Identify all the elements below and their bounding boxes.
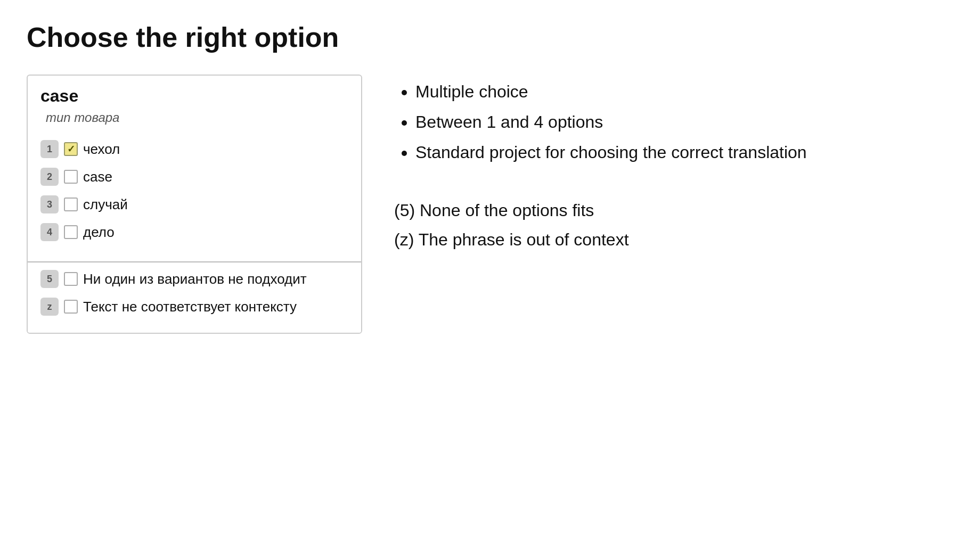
option-label-1: чехол xyxy=(83,141,120,158)
main-layout: case тип товара 1 ✓ чехол 2 case xyxy=(27,75,953,334)
extra-options: (5) None of the options fits (z) The phr… xyxy=(394,196,953,254)
checkbox-1[interactable]: ✓ xyxy=(64,142,78,156)
checkbox-z[interactable] xyxy=(64,300,78,314)
option-label-2: case xyxy=(83,169,112,185)
option-num-4: 4 xyxy=(40,223,59,241)
bullet-item-1: Multiple choice xyxy=(415,80,953,104)
option-label-5: Ни один из вариантов не подходит xyxy=(83,271,307,287)
card-main: case тип товара 1 ✓ чехол 2 case xyxy=(28,76,361,256)
left-panel: case тип товара 1 ✓ чехол 2 case xyxy=(27,75,362,334)
checkbox-3[interactable] xyxy=(64,198,78,211)
checkbox-5[interactable] xyxy=(64,272,78,286)
info-bullet-list: Multiple choice Between 1 and 4 options … xyxy=(394,80,953,164)
option-label-4: дело xyxy=(83,224,115,241)
option-num-2: 2 xyxy=(40,168,59,186)
card-word: case xyxy=(40,86,348,106)
list-item: 1 ✓ чехол xyxy=(40,140,348,158)
option-list: 1 ✓ чехол 2 case 3 случай xyxy=(40,140,348,241)
bullet-item-2: Between 1 and 4 options xyxy=(415,110,953,134)
checkmark-1: ✓ xyxy=(67,144,75,154)
footer-option-list: 5 Ни один из вариантов не подходит z Тек… xyxy=(40,270,348,316)
checkbox-2[interactable] xyxy=(64,170,78,184)
option-num-5: 5 xyxy=(40,270,59,288)
checkbox-4[interactable] xyxy=(64,225,78,239)
option-num-3: 3 xyxy=(40,195,59,213)
option-label-z: Текст не соответствует контексту xyxy=(83,299,297,315)
list-item: 3 случай xyxy=(40,195,348,213)
list-item: 2 case xyxy=(40,168,348,186)
card-subtitle: тип товара xyxy=(40,110,348,125)
option-label-3: случай xyxy=(83,196,128,213)
right-panel: Multiple choice Between 1 and 4 options … xyxy=(394,75,953,254)
list-item: 5 Ни один из вариантов не подходит xyxy=(40,270,348,288)
bullet-item-3: Standard project for choosing the correc… xyxy=(415,141,953,165)
page-title: Choose the right option xyxy=(27,21,953,53)
question-card: case тип товара 1 ✓ чехол 2 case xyxy=(27,75,362,334)
option-num-1: 1 xyxy=(40,140,59,158)
option-num-z: z xyxy=(40,298,59,316)
card-footer: 5 Ни один из вариантов не подходит z Тек… xyxy=(28,262,361,333)
list-item: 4 дело xyxy=(40,223,348,241)
extra-option-5: (5) None of the options fits xyxy=(394,196,953,225)
list-item: z Текст не соответствует контексту xyxy=(40,298,348,316)
extra-option-z: (z) The phrase is out of context xyxy=(394,225,953,254)
